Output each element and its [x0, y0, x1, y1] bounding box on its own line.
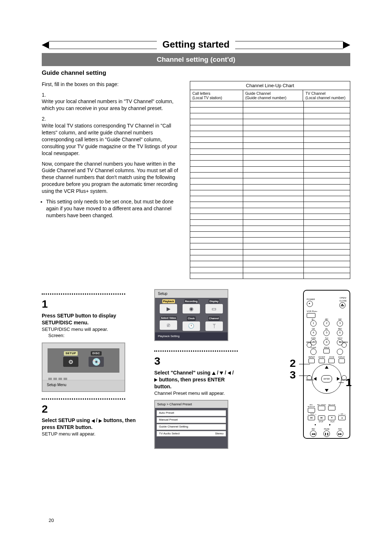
select-video-menu-item: Select Video⎚ [158, 316, 179, 331]
display-icon: ▭ [205, 304, 223, 313]
callout-3: 3 [290, 368, 296, 382]
lineup-row [190, 214, 350, 219]
body-text: First, fill in the boxes on this page: 1… [42, 81, 183, 279]
open-close-button [339, 302, 346, 308]
step-2-number: 2 [42, 402, 136, 417]
lineup-title: Channel Line-Up Chart [190, 81, 350, 90]
lineup-row [190, 166, 350, 172]
settings-icon: ⚙ [63, 357, 78, 367]
clock-icon: 🕐 [183, 321, 200, 331]
intro-text: First, fill in the boxes on this page: [42, 81, 183, 88]
lineup-row [190, 273, 350, 279]
fwd-button: ▶▶ [337, 430, 343, 437]
lineup-row [190, 142, 350, 148]
lineup-row [190, 249, 350, 255]
arrow-left-icon [42, 41, 49, 49]
preset-title: Setup > Channel Preset [155, 401, 228, 408]
power-button [307, 301, 313, 307]
arrow-right-icon [343, 41, 350, 49]
page-number: 20 [49, 517, 54, 524]
keypad-key: @ / .1 [308, 319, 319, 327]
step-2-instruction: Select SETUP using / buttons, then press… [42, 417, 136, 431]
lineup-row [190, 196, 350, 202]
lineup-row [190, 172, 350, 178]
lineup-row [190, 160, 350, 166]
keypad-key: ABC2 [322, 319, 332, 327]
skip-ch-row: ⏮ ⏭ ▼ ▲ [307, 416, 347, 420]
display-menu-item: Display▭ [204, 299, 224, 313]
lineup-row [190, 125, 350, 131]
rec-row: REC MONITOR REC SPEED REC/OTR [307, 404, 347, 413]
step-3-number: 3 [154, 354, 238, 369]
pause-button: ❚❚ [323, 430, 330, 437]
keypad-key: DEF3 [335, 319, 345, 327]
step-2-note: SETUP menu will appear. [42, 431, 136, 437]
ch-up-button: ▲ [338, 416, 346, 420]
setup-screen-caption: Setup Menu [42, 380, 124, 391]
lineup-row [190, 226, 350, 231]
return-label: RETURN [306, 379, 314, 381]
skip-fwd-button: ⏭ [318, 416, 325, 420]
skip-back-button: ⏮ [308, 416, 315, 420]
header-ribbon: Getting started [42, 39, 350, 51]
open-close-label: OPEN/ CLOSE [339, 297, 347, 302]
setup-disc-screen: SETUP ⚙ DISC 💿 Setup Menu [42, 343, 125, 392]
lineup-row [190, 149, 350, 154]
step-3-instruction: Select "Channel" using / / / buttons, th… [154, 369, 238, 390]
keypad-key: TUV8 [322, 337, 332, 345]
left-arrow-icon [228, 371, 231, 375]
function-button [328, 358, 335, 363]
list-number-2: 2. [42, 116, 183, 122]
sub-header: Channel setting (cont'd) [42, 53, 350, 66]
lineup-row [190, 154, 350, 160]
right-arrow-icon [154, 378, 158, 382]
nav-right [337, 377, 340, 381]
lineup-row [190, 231, 350, 237]
down-arrow-icon [220, 372, 223, 375]
section-title: Guide channel setting [42, 69, 350, 77]
number-keypad: @ / .1ABC2DEF3GHI4JKL5MNO6PQRS7TUV8WXYZ9… [308, 319, 345, 355]
lineup-row [190, 202, 350, 207]
clock-menu-item: Clock🕐 [181, 316, 201, 331]
record-icon: ◉ [183, 304, 200, 313]
lineup-row [190, 101, 350, 107]
lineup-row [190, 219, 350, 225]
bullet-note: This setting only needs to be set once, … [46, 198, 183, 219]
setup-menu-screen: Setup Playback▶ Recording◉ Display▭ Sele… [154, 289, 228, 341]
para-2: Write local TV stations corresponding TV… [42, 122, 183, 157]
lineup-rows [190, 101, 350, 279]
vcrplus-label: VCR Plus+ [307, 310, 318, 312]
step-1-number: 1 [42, 297, 136, 312]
preset-item: Guide Channel Setting [156, 424, 226, 430]
page-title: Getting started [157, 38, 236, 51]
video-icon: ⎚ [160, 320, 177, 330]
ch-down-button: ▼ [328, 416, 335, 420]
screen-label: Screen: [42, 332, 136, 339]
lineup-row [190, 178, 350, 184]
para-3: Now, compare the channel numbers you hav… [42, 161, 183, 195]
keypad-key: MNO6 [335, 328, 345, 336]
keypad-key [335, 347, 345, 355]
rec-monitor-button [308, 408, 315, 413]
rec-speed-button [318, 406, 325, 410]
lineup-header: Call letters(Local TV station) Guide Cha… [190, 90, 350, 101]
transport-row: REV◀◀ PAUSE❚❚ FWD▶▶ [307, 428, 347, 437]
step-3-note: Channel Preset menu will appear. [154, 390, 238, 397]
rec-otr-button [328, 406, 335, 410]
lineup-row [190, 137, 350, 142]
preset-item: Auto Preset [156, 410, 226, 416]
preset-item: TV Audio SelectStereo [156, 431, 226, 437]
left-arrow-icon [91, 419, 95, 423]
play-button: ▶ [329, 423, 339, 426]
play-icon: ▶ [160, 304, 177, 313]
rev-button: ◀◀ [310, 430, 317, 437]
function-button [309, 358, 315, 363]
power-label: POWER [307, 298, 315, 300]
disc-menu-item: DISC 💿 [89, 351, 104, 367]
function-row: REPEATCM SKIPZOOMDISPLAY [307, 356, 347, 363]
channel-preset-screen: Setup > Channel Preset Auto Preset Manua… [154, 400, 228, 449]
right-arrow-icon [99, 419, 102, 423]
topmenu-button [342, 343, 347, 348]
divider [42, 293, 125, 295]
setup-menu-footer: Playback Setting [155, 332, 228, 341]
